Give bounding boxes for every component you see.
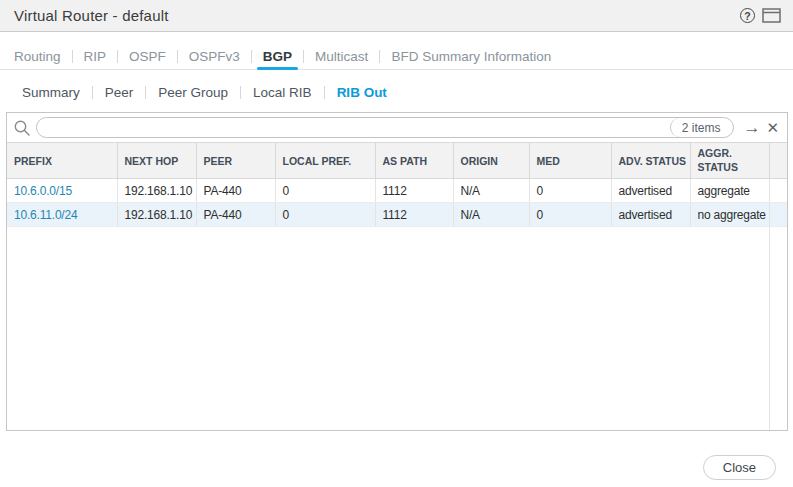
clear-filter-x-icon[interactable]: ✕ [763, 120, 780, 135]
tab-ospfv3[interactable]: OSPFv3 [178, 44, 251, 69]
aggr-status-cell: aggregate [690, 179, 769, 203]
tab-multicast[interactable]: Multicast [304, 44, 379, 69]
prefix-link[interactable]: 10.6.11.0/24 [14, 208, 77, 222]
column-header-spacer [769, 143, 787, 179]
column-header-peer[interactable]: PEER [196, 143, 275, 179]
adv-status-cell: advertised [611, 179, 690, 203]
tab-ospf[interactable]: OSPF [118, 44, 177, 69]
subtab-peer[interactable]: Peer [93, 85, 146, 100]
tab-bgp[interactable]: BGP [252, 44, 303, 69]
as-path-cell: 1112 [375, 179, 453, 203]
apply-filter-arrow-icon[interactable]: → [740, 119, 763, 136]
search-icon [13, 119, 31, 137]
tab-bfd-summary-information[interactable]: BFD Summary Information [380, 44, 562, 69]
subtab-rib-out[interactable]: RIB Out [325, 85, 399, 100]
origin-cell: N/A [453, 203, 529, 227]
spacer-cell [769, 179, 787, 203]
subtab-summary[interactable]: Summary [22, 85, 92, 100]
dialog-titlebar: Virtual Router - default ? [0, 0, 793, 32]
subtab-bar: Summary Peer Peer Group Local RIB RIB Ou… [0, 81, 793, 103]
column-header-origin[interactable]: ORIGIN [453, 143, 529, 179]
subtab-local-rib[interactable]: Local RIB [241, 85, 324, 100]
help-icon[interactable]: ? [740, 8, 755, 23]
search-input[interactable] [37, 118, 670, 137]
column-header-prefix[interactable]: PREFIX [7, 143, 117, 179]
origin-cell: N/A [453, 179, 529, 203]
help-glyph: ? [744, 10, 750, 22]
search-row: 2 items → ✕ [7, 113, 787, 142]
column-header-adv-status[interactable]: ADV. STATUS [611, 143, 690, 179]
next-hop-cell: 192.168.1.10 [117, 203, 196, 227]
next-hop-cell: 192.168.1.10 [117, 179, 196, 203]
scroll-gutter-divider [769, 227, 770, 430]
column-header-aggr-status[interactable]: AGGR. STATUS [690, 143, 769, 179]
column-header-as-path[interactable]: AS PATH [375, 143, 453, 179]
peer-cell: PA-440 [196, 203, 275, 227]
peer-cell: PA-440 [196, 179, 275, 203]
close-button[interactable]: Close [703, 455, 776, 480]
table-row[interactable]: 10.6.11.0/24 192.168.1.10 PA-440 0 1112 … [7, 203, 787, 227]
table-row[interactable]: 10.6.0.0/15 192.168.1.10 PA-440 0 1112 N… [7, 179, 787, 203]
subtab-peer-group[interactable]: Peer Group [146, 85, 240, 100]
prefix-link[interactable]: 10.6.0.0/15 [14, 184, 72, 198]
header-row: PREFIX NEXT HOP PEER LOCAL PREF. AS PATH… [7, 143, 787, 179]
tab-bar: Routing RIP OSPF OSPFv3 BGP Multicast BF… [0, 44, 793, 70]
items-count-badge: 2 items [670, 118, 734, 137]
local-pref-cell: 0 [275, 203, 375, 227]
tab-rip[interactable]: RIP [73, 44, 118, 69]
local-pref-cell: 0 [275, 179, 375, 203]
search-pill: 2 items [36, 117, 734, 138]
med-cell: 0 [529, 179, 611, 203]
rib-out-panel: 2 items → ✕ PREFIX NEXT HOP PEER LOCAL P… [6, 112, 788, 431]
aggr-status-cell: no aggregate [690, 203, 769, 227]
column-header-local-pref[interactable]: LOCAL PREF. [275, 143, 375, 179]
titlebar-icons: ? [740, 8, 781, 23]
table-empty-area [7, 227, 787, 430]
as-path-cell: 1112 [375, 203, 453, 227]
window-icon[interactable] [762, 8, 781, 23]
column-header-med[interactable]: MED [529, 143, 611, 179]
spacer-cell [769, 203, 787, 227]
page-title: Virtual Router - default [14, 7, 169, 24]
rib-out-table: PREFIX NEXT HOP PEER LOCAL PREF. AS PATH… [7, 142, 787, 227]
column-header-next-hop[interactable]: NEXT HOP [117, 143, 196, 179]
med-cell: 0 [529, 203, 611, 227]
adv-status-cell: advertised [611, 203, 690, 227]
tab-routing[interactable]: Routing [14, 44, 72, 69]
